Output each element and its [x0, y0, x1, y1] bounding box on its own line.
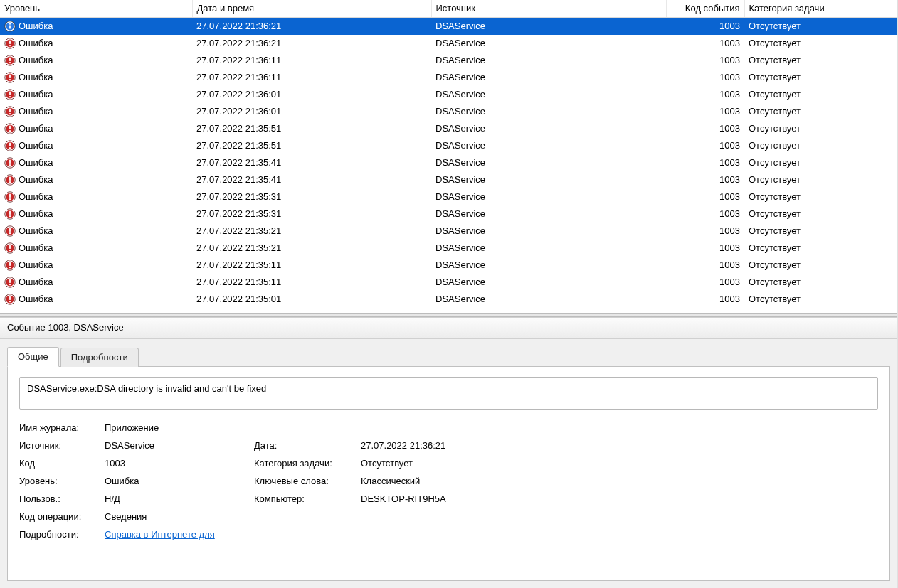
- row-task-category: Отсутствует: [744, 86, 897, 103]
- row-datetime: 27.07.2022 21:35:41: [192, 154, 431, 171]
- table-row[interactable]: Ошибка27.07.2022 21:36:11DSAService1003О…: [0, 69, 897, 86]
- val-source: DSAService: [105, 440, 247, 451]
- row-level-text: Ошибка: [19, 106, 53, 117]
- row-datetime: 27.07.2022 21:35:31: [192, 205, 431, 223]
- error-icon: [4, 294, 16, 305]
- val-task-category: Отсутствует: [361, 458, 878, 469]
- table-row[interactable]: Ошибка27.07.2022 21:35:11DSAService1003О…: [0, 274, 897, 291]
- event-message-box[interactable]: DSAService.exe:DSA directory is invalid …: [19, 377, 878, 410]
- val-date: 27.07.2022 21:36:21: [361, 440, 878, 451]
- event-list-pane: Уровень Дата и время Источник Код событи…: [0, 0, 897, 313]
- row-task-category: Отсутствует: [744, 137, 897, 154]
- table-row[interactable]: Ошибка27.07.2022 21:36:01DSAService1003О…: [0, 86, 897, 103]
- table-row[interactable]: Ошибка27.07.2022 21:35:11DSAService1003О…: [0, 257, 897, 274]
- info-icon: [4, 21, 16, 32]
- row-event-id: 1003: [666, 223, 744, 240]
- event-properties-grid: Имя журнала: Приложение Источник: DSASer…: [19, 422, 878, 540]
- svg-rect-10: [9, 57, 11, 61]
- col-level[interactable]: Уровень: [0, 0, 192, 18]
- row-datetime: 27.07.2022 21:36:11: [192, 69, 431, 86]
- val-opcode: Сведения: [105, 511, 878, 522]
- row-level-text: Ошибка: [19, 225, 53, 236]
- table-row[interactable]: Ошибка27.07.2022 21:35:21DSAService1003О…: [0, 240, 897, 257]
- svg-point-15: [9, 79, 11, 80]
- error-icon: [4, 72, 16, 83]
- row-task-category: Отсутствует: [744, 69, 897, 86]
- row-datetime: 27.07.2022 21:35:11: [192, 257, 431, 274]
- svg-point-19: [9, 96, 11, 97]
- row-event-id: 1003: [666, 103, 744, 120]
- table-row[interactable]: Ошибка27.07.2022 21:35:41DSAService1003О…: [0, 154, 897, 171]
- lbl-date: Дата:: [254, 440, 354, 451]
- table-header-row: Уровень Дата и время Источник Код событи…: [0, 0, 897, 18]
- table-row[interactable]: Ошибка27.07.2022 21:36:21DSAService1003О…: [0, 18, 897, 35]
- lbl-user: Пользов.:: [19, 493, 97, 504]
- row-source: DSAService: [431, 137, 666, 154]
- row-datetime: 27.07.2022 21:35:31: [192, 188, 431, 205]
- val-user: Н/Д: [105, 493, 247, 504]
- col-datetime[interactable]: Дата и время: [192, 0, 431, 18]
- svg-point-7: [9, 45, 11, 46]
- error-icon: [4, 225, 16, 237]
- row-event-id: 1003: [666, 291, 744, 308]
- row-datetime: 27.07.2022 21:36:01: [192, 86, 431, 103]
- table-row[interactable]: Ошибка27.07.2022 21:35:51DSAService1003О…: [0, 120, 897, 137]
- row-task-category: Отсутствует: [744, 171, 897, 188]
- lbl-task-category: Категория задачи:: [254, 458, 354, 469]
- row-event-id: 1003: [666, 35, 744, 52]
- row-task-category: Отсутствует: [744, 103, 897, 120]
- row-level-text: Ошибка: [19, 208, 53, 219]
- svg-point-59: [9, 267, 11, 268]
- val-more-info: Справка в Интернете для: [105, 529, 878, 540]
- row-level-text: Ошибка: [19, 123, 53, 134]
- table-row[interactable]: Ошибка27.07.2022 21:35:51DSAService1003О…: [0, 137, 897, 154]
- row-event-id: 1003: [666, 69, 744, 86]
- svg-point-55: [9, 250, 11, 251]
- row-source: DSAService: [431, 35, 666, 52]
- lbl-opcode: Код операции:: [19, 511, 97, 522]
- error-icon: [4, 242, 16, 254]
- row-source: DSAService: [431, 103, 666, 120]
- error-icon: [4, 277, 16, 288]
- row-source: DSAService: [431, 86, 666, 103]
- row-source: DSAService: [431, 188, 666, 205]
- table-row[interactable]: Ошибка27.07.2022 21:35:31DSAService1003О…: [0, 188, 897, 205]
- svg-rect-58: [9, 262, 11, 266]
- svg-rect-26: [9, 125, 11, 129]
- lbl-keywords: Ключевые слова:: [254, 476, 354, 486]
- row-datetime: 27.07.2022 21:35:21: [192, 223, 431, 240]
- svg-rect-30: [9, 142, 11, 146]
- val-log-name: Приложение: [105, 422, 878, 433]
- svg-rect-46: [9, 210, 11, 215]
- col-source[interactable]: Источник: [431, 0, 666, 18]
- online-help-link[interactable]: Справка в Интернете для: [105, 529, 215, 540]
- row-event-id: 1003: [666, 257, 744, 274]
- table-row[interactable]: Ошибка27.07.2022 21:35:41DSAService1003О…: [0, 171, 897, 188]
- event-table: Уровень Дата и время Источник Код событи…: [0, 0, 897, 308]
- row-source: DSAService: [431, 154, 666, 171]
- table-row[interactable]: Ошибка27.07.2022 21:35:01DSAService1003О…: [0, 291, 897, 308]
- svg-rect-66: [9, 296, 11, 300]
- col-task-category[interactable]: Категория задачи: [744, 0, 897, 18]
- row-level-text: Ошибка: [19, 260, 53, 270]
- svg-rect-42: [9, 193, 11, 198]
- col-event-id[interactable]: Код события: [666, 0, 744, 18]
- tab-details[interactable]: Подробности: [60, 348, 139, 367]
- table-row[interactable]: Ошибка27.07.2022 21:35:31DSAService1003О…: [0, 205, 897, 223]
- table-row[interactable]: Ошибка27.07.2022 21:36:01DSAService1003О…: [0, 103, 897, 120]
- table-row[interactable]: Ошибка27.07.2022 21:36:11DSAService1003О…: [0, 52, 897, 69]
- svg-point-43: [9, 198, 11, 200]
- row-task-category: Отсутствует: [744, 188, 897, 205]
- row-source: DSAService: [431, 52, 666, 69]
- table-row[interactable]: Ошибка27.07.2022 21:36:21DSAService1003О…: [0, 35, 897, 52]
- svg-point-31: [9, 147, 11, 149]
- tab-general[interactable]: Общие: [7, 347, 59, 367]
- table-row[interactable]: Ошибка27.07.2022 21:35:21DSAService1003О…: [0, 223, 897, 240]
- error-icon: [4, 157, 16, 169]
- row-datetime: 27.07.2022 21:36:21: [192, 18, 431, 35]
- svg-point-63: [9, 284, 11, 285]
- row-datetime: 27.07.2022 21:36:11: [192, 52, 431, 69]
- row-level-text: Ошибка: [19, 294, 53, 304]
- svg-rect-14: [9, 74, 11, 78]
- svg-point-39: [9, 181, 11, 183]
